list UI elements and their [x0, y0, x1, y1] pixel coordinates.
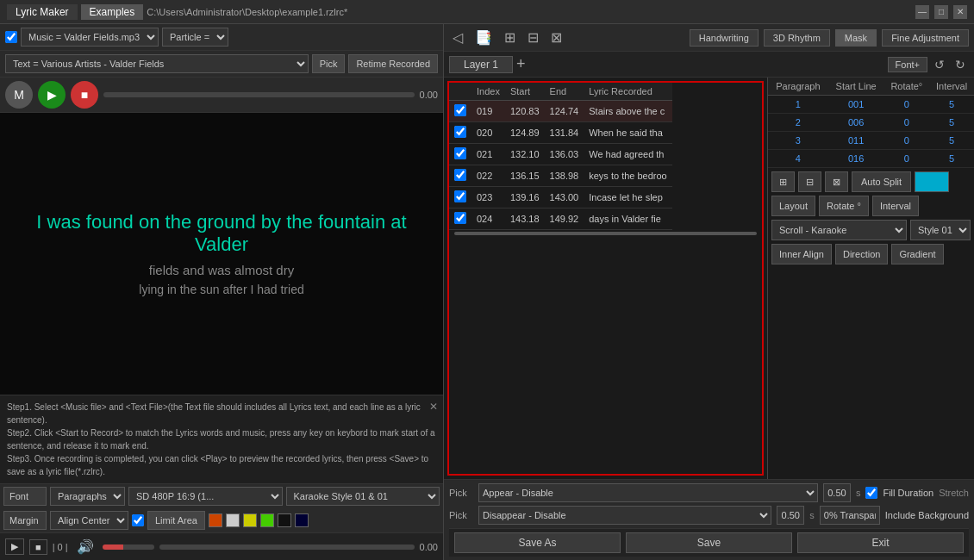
para-action-btn-1[interactable]: ⊞ — [771, 171, 795, 192]
layout-button[interactable]: Layout — [771, 196, 815, 216]
table-row[interactable]: 020 124.89 131.84 When he said tha — [449, 122, 672, 144]
title-bar: Lyric Maker Examples C:\Users\Administra… — [0, 0, 974, 24]
row-check[interactable] — [454, 212, 466, 224]
auto-split-button[interactable]: Auto Split — [852, 171, 911, 192]
disappear-combo[interactable]: Disappear - Disable — [478, 506, 771, 525]
font-combo[interactable]: Paragraphs — [50, 487, 125, 506]
volume-slider[interactable] — [103, 544, 154, 550]
para-para: 2 — [768, 114, 828, 132]
para-row[interactable]: 1 001 0 5 — [768, 96, 974, 114]
resolution-combo[interactable]: SD 480P 16:9 (1... — [128, 487, 283, 506]
disappear-time-input[interactable] — [777, 506, 804, 525]
rhythm3d-button[interactable]: 3D Rhythm — [764, 29, 830, 47]
grid-x-icon[interactable]: ⊠ — [547, 28, 565, 47]
undo-button[interactable]: ↺ — [931, 56, 948, 73]
pick-button[interactable]: Pick — [312, 54, 346, 73]
row-check[interactable] — [454, 147, 466, 159]
font-plus-button[interactable]: Font+ — [888, 57, 927, 72]
scroll-combo[interactable]: Scroll - Karaoke — [771, 220, 907, 240]
row-index: 023 — [471, 187, 505, 208]
app-title: Lyric Maker — [7, 4, 78, 20]
exit-button[interactable]: Exit — [797, 532, 964, 553]
row-check[interactable] — [454, 126, 466, 138]
pb-stop-button[interactable]: ■ — [29, 539, 47, 555]
steps-close-button[interactable]: ✕ — [429, 399, 438, 414]
karaoke-combo[interactable]: Karaoke Style 01 & 01 — [286, 487, 440, 506]
para-action-row: ⊞ ⊟ ⊠ Auto Split — [771, 171, 971, 192]
style-combo[interactable]: Style 01 — [910, 220, 971, 240]
para-row[interactable]: 3 011 0 5 — [768, 132, 974, 150]
table-row[interactable]: 019 120.83 124.74 Stairs above the c — [449, 101, 672, 122]
limit-area-check[interactable] — [132, 514, 144, 526]
bookmark-icon[interactable]: 📑 — [471, 28, 496, 47]
para-row[interactable]: 4 016 0 5 — [768, 150, 974, 168]
appear-combo[interactable]: Appear - Disable — [478, 483, 818, 502]
row-check[interactable] — [454, 190, 466, 202]
progress-slider[interactable] — [159, 544, 415, 550]
minimize-button[interactable]: — — [915, 5, 929, 19]
color-swatch-1[interactable] — [209, 513, 222, 527]
gradient-button[interactable]: Gradient — [891, 244, 943, 264]
text-select[interactable]: Text = Various Artists - Valder Fields — [5, 54, 309, 73]
save-as-button[interactable]: Save As — [454, 532, 621, 553]
music-select[interactable]: Music = Valder Fields.mp3 — [21, 28, 159, 47]
row-start: 143.18 — [505, 208, 545, 230]
handwriting-button[interactable]: Handwriting — [690, 29, 759, 47]
appear-time-input[interactable] — [823, 483, 851, 502]
redo-button[interactable]: ↻ — [952, 56, 969, 73]
row-start: 136.15 — [505, 165, 545, 187]
save-button[interactable]: Save — [626, 532, 792, 553]
mask-button[interactable]: Mask — [835, 29, 877, 47]
para-action-btn-2[interactable]: ⊟ — [798, 171, 821, 192]
inner-align-button[interactable]: Inner Align — [771, 244, 832, 264]
close-button[interactable]: ✕ — [953, 5, 967, 19]
row-check[interactable] — [454, 104, 466, 116]
retime-button[interactable]: Retime Recorded — [348, 54, 438, 73]
media-row: M ▶ ■ 0.00 — [0, 78, 443, 113]
layer-button[interactable]: Layer 1 — [449, 56, 513, 73]
table-row[interactable]: 022 136.15 138.98 keys to the bedroo — [449, 165, 672, 187]
table-row[interactable]: 024 143.18 149.92 days in Valder fie — [449, 208, 672, 230]
limit-area-button[interactable]: Limit Area — [147, 511, 205, 530]
para-action-btn-3[interactable]: ⊠ — [825, 171, 848, 192]
controls-row-1: Music = Valder Fields.mp3 Particle = — [0, 24, 443, 51]
pb-play-button[interactable]: ▶ — [5, 538, 24, 555]
examples-tab[interactable]: Examples — [81, 4, 144, 20]
color-swatch-6[interactable] — [295, 513, 309, 527]
transpare-input[interactable] — [820, 506, 880, 525]
layer-add-button[interactable]: + — [516, 55, 526, 73]
playback-slider[interactable] — [103, 92, 415, 97]
para-table: Paragraph Start Line Rotate° Interval 1 … — [768, 78, 974, 168]
para-col-start: Start Line — [828, 78, 884, 96]
fine-adjustment-button[interactable]: Fine Adjustment — [882, 29, 969, 47]
color-swatch-3[interactable] — [243, 513, 257, 527]
grid-remove-icon[interactable]: ⊟ — [524, 28, 542, 47]
color-swatch-4[interactable] — [260, 513, 274, 527]
table-row[interactable]: 021 132.10 136.03 We had agreed th — [449, 144, 672, 165]
music-checkbox[interactable] — [5, 31, 17, 43]
table-row[interactable]: 023 139.16 143.00 Incase let he slep — [449, 187, 672, 208]
maximize-button[interactable]: □ — [934, 5, 948, 19]
row-end: 149.92 — [545, 208, 584, 230]
interval-button[interactable]: Interval — [872, 196, 919, 216]
rotate-button[interactable]: Rotate ° — [819, 196, 869, 216]
stop-button[interactable]: ■ — [71, 81, 98, 109]
particle-select[interactable]: Particle = — [162, 28, 228, 47]
color-swatch-5[interactable] — [278, 513, 291, 527]
scroll-indicator[interactable] — [454, 232, 757, 235]
back-icon[interactable]: ◁ — [449, 28, 466, 47]
left-panel: Music = Valder Fields.mp3 Particle = Tex… — [0, 24, 444, 560]
m-button[interactable]: M — [5, 81, 33, 109]
align-combo[interactable]: Align Center — [50, 511, 128, 530]
fill-duration-check[interactable] — [865, 487, 877, 499]
grid-add-icon[interactable]: ⊞ — [501, 28, 519, 47]
para-para: 1 — [768, 96, 828, 114]
cyan-color-box[interactable] — [915, 171, 949, 192]
play-button[interactable]: ▶ — [38, 81, 66, 109]
row-end: 136.03 — [545, 144, 584, 165]
playback-bar: ▶ ■ | 0 | 🔊 0.00 — [0, 532, 443, 560]
para-row[interactable]: 2 006 0 5 — [768, 114, 974, 132]
row-check[interactable] — [454, 169, 466, 181]
color-swatch-2[interactable] — [226, 513, 240, 527]
direction-button[interactable]: Direction — [835, 244, 888, 264]
